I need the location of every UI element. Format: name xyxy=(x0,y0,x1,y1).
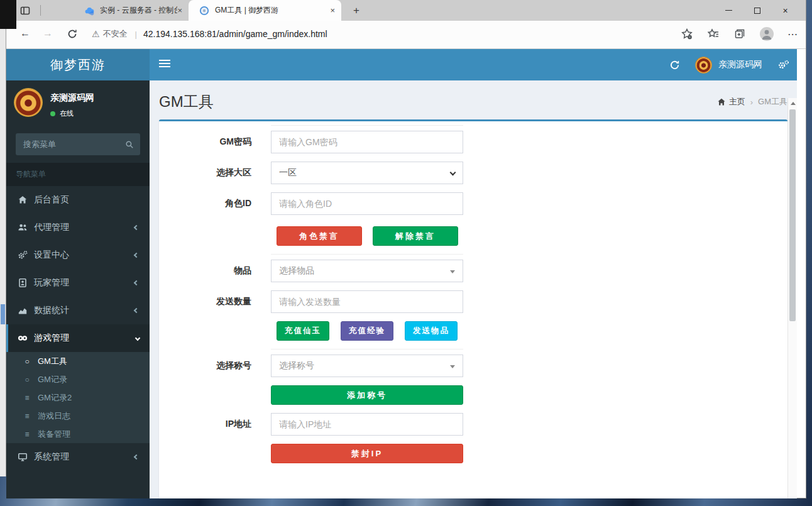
account-name: 亲测源码网 xyxy=(718,59,762,70)
add-title-button[interactable]: 添加称号 xyxy=(271,385,463,405)
form-group-title: 选择称号 选择称号 xyxy=(168,355,778,377)
maximize-icon xyxy=(754,8,760,14)
profile-avatar[interactable] xyxy=(760,27,774,41)
warning-icon: ⚠ xyxy=(92,29,100,39)
sidebar-item-gm-tool[interactable]: ○ GM工具 xyxy=(6,352,150,370)
sidebar-item-gm-log[interactable]: ○ GM记录 xyxy=(6,370,150,388)
maximize-button[interactable] xyxy=(743,0,771,21)
sidebar-item-game-management[interactable]: 游戏管理 xyxy=(6,324,150,352)
user-name: 亲测源码网 xyxy=(50,92,94,102)
title-select[interactable]: 选择称号 xyxy=(271,355,463,377)
zone-select-value: 一区 xyxy=(279,167,297,179)
sidebar-toggle-icon[interactable] xyxy=(159,60,170,69)
tab-close-icon[interactable]: × xyxy=(177,6,182,15)
add-favorite-icon[interactable] xyxy=(681,28,693,40)
chevron-left-icon xyxy=(134,225,139,230)
tab-divider xyxy=(40,5,41,16)
tab-gm-tool[interactable]: GM工具 | 御梦西游 × xyxy=(189,0,341,21)
amount-input[interactable] xyxy=(271,290,463,313)
sidebar-item-dashboard[interactable]: 后台首页 xyxy=(6,186,150,214)
role-id-label: 角色ID xyxy=(168,198,251,209)
tab-actions-icon[interactable] xyxy=(20,6,30,16)
search-icon[interactable] xyxy=(119,133,140,155)
sidebar-menu: 后台首页 代理管理 设置中心 玩家管理 xyxy=(6,186,150,471)
breadcrumb-home[interactable]: 主页 xyxy=(729,96,745,107)
sidebar-item-settings[interactable]: 设置中心 xyxy=(6,241,150,269)
favorites-hub-icon[interactable] xyxy=(707,28,720,40)
refresh-icon[interactable] xyxy=(669,60,680,70)
user-avatar xyxy=(14,88,43,117)
gm-password-input[interactable] xyxy=(271,131,463,153)
list-icon: ≡ xyxy=(22,430,32,439)
item-select[interactable]: 选择物品 xyxy=(271,260,463,282)
send-item-button[interactable]: 发送物品 xyxy=(405,321,458,341)
form-group-gm-password: GM密码 xyxy=(168,131,778,153)
sidebar-item-label: 设置中心 xyxy=(34,250,69,261)
unmute-role-button[interactable]: 解除禁言 xyxy=(373,226,458,246)
url-text[interactable]: 42.194.135.168:81/admin/game_gm/index.ht… xyxy=(143,29,327,39)
tab-close-icon[interactable]: × xyxy=(330,6,335,15)
window-controls: × xyxy=(715,0,799,21)
section-divider xyxy=(271,349,463,349)
caret-down-icon xyxy=(450,365,455,368)
back-icon[interactable]: ← xyxy=(20,28,30,39)
recharge-exp-button[interactable]: 充值经验 xyxy=(341,321,393,341)
minimize-button[interactable] xyxy=(715,0,743,21)
screen: 实例 - 云服务器 - 控制台 × GM工具 | 御梦西游 × + × ← → xyxy=(0,0,812,506)
zone-select[interactable]: 一区 xyxy=(271,162,463,184)
scrollbar-thumb[interactable] xyxy=(789,109,796,321)
tab-title: GM工具 | 御梦西游 xyxy=(215,5,278,16)
sidebar-item-label: 玩家管理 xyxy=(34,277,69,289)
sidebar-item-equipment[interactable]: ≡ 装备管理 xyxy=(6,425,150,443)
role-id-input[interactable] xyxy=(271,192,463,215)
chevron-down-icon xyxy=(135,336,140,341)
address-bar: ← → ⚠ 不安全 | 42.194.135.168:81/admin/game… xyxy=(6,21,806,49)
sidebar-item-label: GM记录2 xyxy=(38,392,72,404)
collections-icon[interactable] xyxy=(733,28,746,40)
close-button[interactable]: × xyxy=(771,0,799,21)
tab-title: 实例 - 云服务器 - 控制台 xyxy=(100,5,177,16)
chevron-left-icon xyxy=(134,308,139,313)
circle-icon: ○ xyxy=(22,375,32,384)
ban-ip-button[interactable]: 禁封IP xyxy=(271,444,463,463)
breadcrumb: 主页 › GM工具 xyxy=(717,96,787,107)
item-select-value: 选择物品 xyxy=(279,265,314,277)
sidebar-item-system[interactable]: 系统管理 xyxy=(6,443,150,471)
account-menu[interactable]: 亲测源码网 xyxy=(695,57,762,74)
search-input[interactable]: 搜索菜单 xyxy=(16,139,119,150)
address-separator: | xyxy=(135,30,137,39)
page-viewport: 御梦西游 亲测源码网 xyxy=(6,49,797,498)
sidebar-item-agents[interactable]: 代理管理 xyxy=(6,214,150,241)
forward-icon: → xyxy=(43,28,53,39)
form-group-item: 物品 选择物品 xyxy=(168,260,778,282)
submenu-game-management: ○ GM工具 ○ GM记录 ≡ GM记录2 xyxy=(6,352,150,443)
sidebar-item-players[interactable]: 玩家管理 xyxy=(6,269,150,297)
new-tab-icon[interactable]: + xyxy=(349,3,364,18)
sidebar-item-label: GM记录 xyxy=(38,374,67,385)
sidebar-item-game-journal[interactable]: ≡ 游戏日志 xyxy=(6,407,150,425)
sidebar-item-statistics[interactable]: 数据统计 xyxy=(6,297,150,324)
ip-input[interactable] xyxy=(271,413,463,436)
recharge-jade-button[interactable]: 充值仙玉 xyxy=(277,321,329,341)
page-scrollbar[interactable] xyxy=(787,98,797,498)
sidebar-item-label: 游戏日志 xyxy=(38,410,70,422)
sidebar: 亲测源码网 在线 搜索菜单 导航菜单 xyxy=(6,80,150,498)
scroll-up-icon[interactable] xyxy=(791,102,796,105)
security-indicator[interactable]: ⚠ 不安全 | 42.194.135.168:81/admin/game_gm/… xyxy=(92,28,327,40)
sidebar-item-gm-log2[interactable]: ≡ GM记录2 xyxy=(6,388,150,407)
reload-icon[interactable] xyxy=(67,28,78,40)
sidebar-search[interactable]: 搜索菜单 xyxy=(16,133,140,155)
title-select-label: 选择称号 xyxy=(168,360,251,371)
sidebar-item-label: 游戏管理 xyxy=(34,333,69,344)
form-group-amount: 发送数量 xyxy=(168,290,778,313)
app-logo[interactable]: 御梦西游 xyxy=(6,49,150,80)
sidebar-item-label: 装备管理 xyxy=(38,429,70,440)
settings-cogs-icon[interactable] xyxy=(777,60,789,70)
cogs-icon xyxy=(18,250,28,260)
form-group-role-id: 角色ID xyxy=(168,192,778,215)
mute-role-button[interactable]: 角色禁言 xyxy=(277,226,362,246)
tab-cloud-console[interactable]: 实例 - 云服务器 - 控制台 × xyxy=(84,0,189,21)
circle-icon: ○ xyxy=(22,357,32,366)
browser-menu-icon[interactable]: ⋯ xyxy=(787,28,798,40)
account-avatar xyxy=(695,57,712,74)
